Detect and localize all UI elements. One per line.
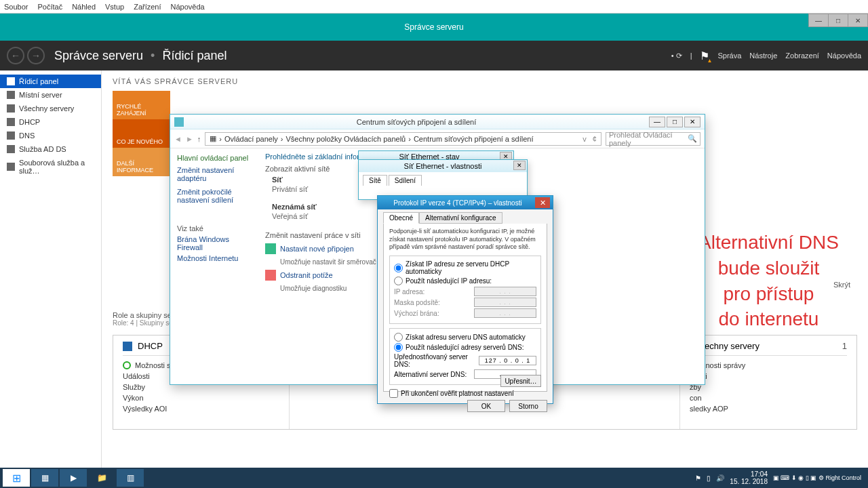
tray-sound-icon[interactable]: 🔊 <box>716 474 724 482</box>
preferred-dns-label: Upřednostňovaný server DNS: <box>394 353 479 368</box>
minimize-button[interactable]: — <box>808 14 829 27</box>
tab-general[interactable]: Obecné <box>383 212 419 224</box>
roles-subtitle: Role: 4 | Skupiny serv <box>113 319 178 327</box>
radio-manual-ip[interactable] <box>394 277 403 285</box>
nav-back-icon[interactable]: ◄ <box>174 135 182 143</box>
ipv4-properties-dialog: Protokol IP verze 4 (TCP/IPv4) – vlastno… <box>377 195 553 404</box>
dns-icon <box>7 131 15 140</box>
role-row[interactable]: sledky AOP <box>690 403 847 414</box>
server-icon <box>7 91 15 99</box>
sidebar-item-local[interactable]: Místní server <box>0 88 101 102</box>
menu-machine[interactable]: Počítač <box>37 3 62 11</box>
sidebar-item-label: Řídicí panel <box>19 77 58 85</box>
tile-moreinfo[interactable]: DALŠÍ INFORMACE <box>113 148 170 176</box>
sidebar-item-label: Služba AD DS <box>19 145 66 153</box>
sidebar-adapter-link[interactable]: Změnit nastavení adaptéru <box>177 166 252 182</box>
role-title: DHCP <box>138 341 163 351</box>
firewall-link[interactable]: Brána Windows Firewall <box>177 235 252 251</box>
sidebar-item-dns[interactable]: DNS <box>0 129 101 142</box>
search-input[interactable]: Prohledat Ovládací panely🔍 <box>606 132 701 146</box>
minimize-button[interactable]: — <box>649 117 665 127</box>
control-panel-icon: ▦ <box>210 134 216 143</box>
role-row[interactable]: žnosti správy <box>690 360 847 371</box>
validate-label: Při ukončení ověřit platnost nastavení <box>401 390 514 397</box>
notification-flag-icon[interactable]: ⚑ <box>700 49 709 62</box>
tray-network-icon[interactable]: ▯ <box>707 474 711 482</box>
menu-file[interactable]: Soubor <box>4 3 28 11</box>
nav-forward-icon[interactable]: → <box>27 47 45 64</box>
header-view[interactable]: Zobrazení <box>785 52 819 60</box>
sidebar-item-dhcp[interactable]: DHCP <box>0 115 101 129</box>
maximize-button[interactable]: □ <box>667 117 683 127</box>
search-icon: 🔍 <box>688 134 697 143</box>
validate-checkbox[interactable] <box>389 389 398 398</box>
app-title: Správce serveru <box>404 22 463 32</box>
start-button[interactable]: ⊞ <box>3 469 30 487</box>
close-button[interactable]: ✕ <box>535 197 550 208</box>
explorer-sidebar: Hlavní ovládací panel Změnit nastavení a… <box>170 148 258 384</box>
dashboard-icon <box>7 77 15 85</box>
tray-flag-icon[interactable]: ⚑ <box>695 474 701 482</box>
tile-quickstart[interactable]: RYCHLÉ ZAHÁJENÍ <box>113 91 170 119</box>
dialog-title: Síť Ethernet - vlastnosti <box>404 162 482 170</box>
taskbar-clock[interactable]: 17:0415. 12. 2018 <box>730 470 768 485</box>
role-row[interactable]: Výsledky AOI <box>123 403 279 414</box>
taskbar-server-manager[interactable]: ▦ <box>31 469 58 487</box>
menu-input[interactable]: Vstup <box>105 3 124 11</box>
role-row[interactable]: con <box>690 392 847 403</box>
header-manage[interactable]: Správa <box>717 52 741 60</box>
cancel-button[interactable]: Storno <box>509 400 547 412</box>
role-row[interactable]: álosti <box>690 371 847 382</box>
maximize-button[interactable]: □ <box>828 14 848 27</box>
close-button[interactable]: ✕ <box>513 161 526 170</box>
advanced-button[interactable]: Upřesnit… <box>500 375 541 387</box>
refresh-icon[interactable]: • ⟳ <box>671 52 682 60</box>
nav-fwd-icon[interactable]: ► <box>186 135 193 143</box>
radio-dns-manual[interactable] <box>394 343 403 352</box>
header-tools[interactable]: Nástroje <box>749 52 777 60</box>
taskbar-explorer[interactable]: 📁 <box>88 469 115 487</box>
sidebar-item-adds[interactable]: Služba AD DS <box>0 142 101 156</box>
ok-button[interactable]: OK <box>467 400 505 412</box>
gateway-label: Výchozí brána: <box>394 310 439 317</box>
troubleshoot-icon <box>265 270 276 281</box>
role-count: 1 <box>842 341 847 351</box>
crumb-root[interactable]: Správce serveru <box>54 49 143 62</box>
internet-options-link[interactable]: Možnosti Internetu <box>177 254 252 262</box>
role-row[interactable]: žby <box>690 382 847 392</box>
servers-icon <box>7 104 15 113</box>
sidebar-item-label: Místní server <box>19 91 62 99</box>
nav-up-icon[interactable]: ↑ <box>197 135 201 143</box>
close-button[interactable]: ✕ <box>848 14 868 27</box>
preferred-dns-field[interactable]: 127 . 0 . 0 . 1 <box>479 356 536 365</box>
sidebar-main-link[interactable]: Hlavní ovládací panel <box>177 154 252 162</box>
radio-dhcp-auto[interactable] <box>394 264 403 272</box>
close-button[interactable]: ✕ <box>684 117 701 127</box>
menu-view[interactable]: Náhled <box>72 3 96 11</box>
window-icon <box>174 117 184 127</box>
network-unknown: Neznámá síť <box>272 203 317 211</box>
welcome-heading: VÍTÁ VÁS SPRÁVCE SERVERU <box>113 77 857 85</box>
menu-help[interactable]: Nápověda <box>171 3 205 11</box>
tab-sharing[interactable]: Sdílení <box>389 175 422 186</box>
ip-address-field: . . . <box>474 287 536 296</box>
sidebar-item-dashboard[interactable]: Řídicí panel <box>0 75 101 88</box>
address-bar[interactable]: ▦ ›Ovládací panely ›Všechny položky Ovlá… <box>205 132 601 146</box>
sidebar-item-file[interactable]: Souborová služba a služ… <box>0 156 101 178</box>
sidebar-item-label: DHCP <box>19 118 40 126</box>
taskbar-powershell[interactable]: ▶ <box>60 469 87 487</box>
tab-alternate[interactable]: Alternativní konfigurace <box>419 212 502 224</box>
radio-dns-auto[interactable] <box>394 333 403 342</box>
role-row[interactable]: Výkon <box>123 392 279 403</box>
vm-menu-bar: Soubor Počítač Náhled Vstup Zařízení Náp… <box>0 0 868 14</box>
tab-networking[interactable]: Sítě <box>363 175 387 186</box>
sidebar-item-all[interactable]: Všechny servery <box>0 102 101 115</box>
nav-back-icon[interactable]: ← <box>7 47 24 64</box>
header-help[interactable]: Nápověda <box>827 52 861 60</box>
ad-icon <box>7 145 15 153</box>
menu-devices[interactable]: Zařízení <box>134 3 161 11</box>
sidebar-sharing-link[interactable]: Změnit pokročilé nastavení sdílení <box>177 188 252 204</box>
dialog-description: Podporuje-li síť automatickou konfigurac… <box>389 228 541 251</box>
tile-whatsnew[interactable]: CO JE NOVÉHO <box>113 119 170 148</box>
taskbar-app[interactable]: ▥ <box>117 469 144 487</box>
